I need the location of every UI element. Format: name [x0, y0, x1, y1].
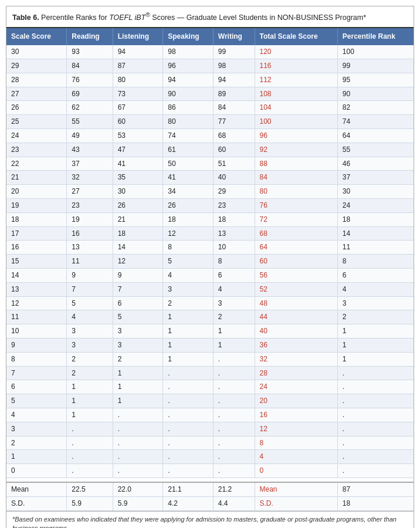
- table-cell: 74: [163, 129, 214, 143]
- table-cell: 16: [6, 241, 67, 255]
- table-cell: 24: [255, 380, 337, 394]
- table-cell: 22: [6, 157, 67, 171]
- table-cell: 1: [213, 338, 255, 352]
- table-row: 137734524: [6, 282, 414, 296]
- table-cell: 29: [213, 185, 255, 199]
- table-row: 22374150518846: [6, 157, 414, 171]
- table-cell: .: [163, 380, 214, 394]
- table-cell: 95: [337, 73, 414, 87]
- table-cell: 4: [163, 269, 214, 283]
- table-cell: 29: [6, 59, 67, 73]
- table-cell: 96: [163, 59, 214, 73]
- table-cell: 11: [67, 255, 113, 269]
- table-row: 3093949899120100: [6, 45, 414, 59]
- table-cell: 1: [113, 366, 163, 380]
- table-cell: 18: [213, 212, 255, 226]
- table-cell: .: [113, 464, 163, 478]
- table-cell: 104: [255, 101, 337, 115]
- table-cell: .: [337, 464, 414, 478]
- table-cell: 3: [213, 296, 255, 310]
- table-cell: 1: [337, 338, 414, 352]
- table-cell: 89: [213, 87, 255, 101]
- table-cell: 32: [67, 171, 113, 185]
- table-cell: 2: [213, 310, 255, 324]
- table-cell: 30: [337, 185, 414, 199]
- table-cell: 37: [337, 171, 414, 185]
- table-cell: .: [163, 408, 214, 422]
- table-row: 3....12.: [6, 422, 414, 436]
- sd-row: S.D.5.95.94.24.4S.D.18: [6, 496, 414, 510]
- table-cell: 64: [337, 129, 414, 143]
- table-cell: 23: [213, 199, 255, 213]
- table-cell: 9: [6, 338, 67, 352]
- table-row: 611..24.: [6, 380, 414, 394]
- table-cell: 5: [6, 394, 67, 408]
- table-cell: .: [337, 366, 414, 380]
- table-row: 15111258608: [6, 255, 414, 269]
- table-cell: 40: [213, 171, 255, 185]
- mean-cell: 22.0: [113, 482, 163, 496]
- header-cell-6: Percentile Rank: [337, 28, 414, 46]
- table-cell: 18: [337, 212, 414, 226]
- table-cell: 12: [113, 255, 163, 269]
- table-cell: 20: [255, 394, 337, 408]
- sd-cell: 5.9: [67, 496, 113, 510]
- data-table: Scale ScoreReadingListeningSpeakingWriti…: [6, 28, 414, 511]
- table-cell: 7: [67, 282, 113, 296]
- table-cell: 98: [163, 45, 214, 59]
- table-row: 721..28.: [6, 366, 414, 380]
- table-cell: 25: [6, 115, 67, 129]
- table-cell: 16: [255, 408, 337, 422]
- table-cell: 14: [337, 226, 414, 241]
- table-cell: 41: [113, 157, 163, 171]
- table-cell: 68: [213, 129, 255, 143]
- table-cell: 14: [6, 269, 67, 283]
- table-cell: 12: [6, 296, 67, 310]
- table-cell: 87: [113, 59, 163, 73]
- table-cell: 15: [6, 255, 67, 269]
- mean-cell: Mean: [255, 482, 337, 496]
- table-cell: 5: [67, 296, 113, 310]
- table-row: 103311401: [6, 324, 414, 339]
- table-cell: 4: [255, 450, 337, 464]
- table-cell: 18: [163, 212, 214, 226]
- table-cell: 8: [255, 436, 337, 450]
- table-cell: .: [67, 436, 113, 450]
- table-row: 17161812136814: [6, 226, 414, 241]
- table-cell: .: [337, 408, 414, 422]
- table-cell: .: [163, 394, 214, 408]
- table-row: 19232626237624: [6, 199, 414, 213]
- table-cell: 16: [67, 226, 113, 241]
- table-cell: 64: [255, 241, 337, 255]
- table-cell: 108: [255, 87, 337, 101]
- table-cell: .: [213, 380, 255, 394]
- table-cell: 74: [337, 115, 414, 129]
- table-cell: 80: [113, 73, 163, 87]
- table-row: 0....0.: [6, 464, 414, 478]
- header-cell-4: Writing: [213, 28, 255, 46]
- table-cell: .: [163, 366, 214, 380]
- table-cell: 1: [113, 394, 163, 408]
- table-cell: 13: [67, 241, 113, 255]
- table-cell: 1: [67, 394, 113, 408]
- table-cell: 77: [213, 115, 255, 129]
- table-cell: 51: [213, 157, 255, 171]
- table-row: 18192118187218: [6, 212, 414, 226]
- table-cell: 99: [337, 59, 414, 73]
- table-cell: 49: [67, 129, 113, 143]
- table-cell: 3: [163, 282, 214, 296]
- mean-row: Mean22.522.021.121.2Mean87: [6, 482, 414, 496]
- table-cell: 37: [67, 157, 113, 171]
- table-cell: 120: [255, 45, 337, 59]
- table-cell: 2: [67, 352, 113, 366]
- table-cell: 99: [213, 45, 255, 59]
- table-cell: 18: [6, 212, 67, 226]
- table-cell: 50: [163, 157, 214, 171]
- table-cell: 23: [6, 143, 67, 157]
- table-cell: 68: [255, 226, 337, 241]
- mean-cell: Mean: [6, 482, 67, 496]
- sd-cell: 5.9: [113, 496, 163, 510]
- table-cell: 14: [113, 241, 163, 255]
- table-cell: 100: [337, 45, 414, 59]
- table-cell: 40: [255, 324, 337, 339]
